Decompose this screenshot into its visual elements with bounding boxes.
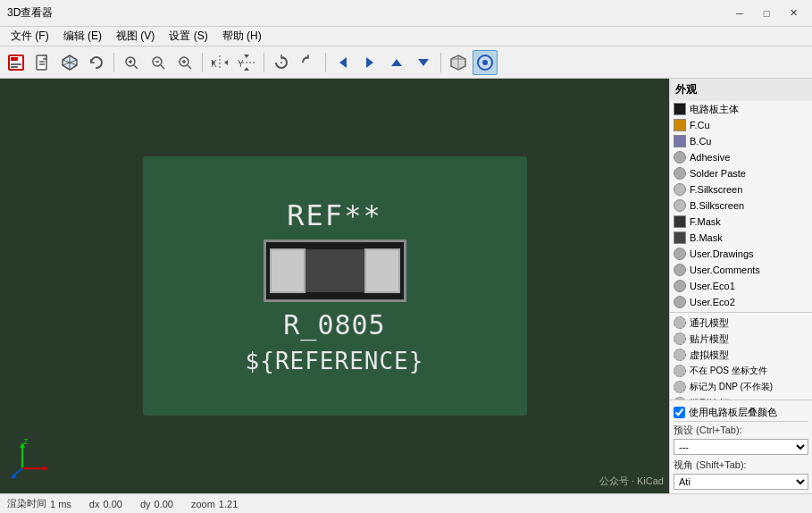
toolbar-up-button[interactable] xyxy=(384,50,409,75)
right-panel: 外观 电路板主体 F.Cu B.Cu Adhesive xyxy=(669,79,812,493)
layer-item-adhesive[interactable]: Adhesive xyxy=(670,149,812,165)
pcb-ref-text: REF** xyxy=(287,198,381,232)
toolbar-active-button[interactable] xyxy=(473,50,498,75)
layer-name-nopos: 不在 POS 坐标文件 xyxy=(690,365,767,377)
dx-label: dx xyxy=(89,499,100,509)
toolbar-mirror-y-button[interactable]: Y xyxy=(234,50,259,75)
layer-item-userdrawings[interactable]: User.Drawings xyxy=(670,246,812,262)
close-button[interactable]: ✕ xyxy=(782,5,805,21)
toolbar-box-button[interactable] xyxy=(446,50,471,75)
layer-name-board: 电路板主体 xyxy=(690,103,739,116)
layer-item-fmask[interactable]: F.Mask xyxy=(670,214,812,230)
menu-file[interactable]: 文件 (F) xyxy=(4,27,56,46)
layer-color-bmask xyxy=(674,231,686,244)
pcb-body xyxy=(306,249,364,292)
layer-item-board[interactable]: 电路板主体 xyxy=(670,101,812,117)
menu-bar: 文件 (F) 编辑 (E) 视图 (V) 设置 (S) 帮助 (H) xyxy=(0,27,812,46)
layer-item-nopos[interactable]: 不在 POS 坐标文件 xyxy=(670,363,812,379)
maximize-button[interactable]: □ xyxy=(755,5,778,21)
layer-item-bsilk[interactable]: B.Silkscreen xyxy=(670,198,812,214)
layer-color-dnp xyxy=(674,381,686,393)
pcb-pad-left xyxy=(270,248,306,293)
zoom-label: zoom xyxy=(191,499,215,509)
layer-item-solderpaste[interactable]: Solder Paste xyxy=(670,165,812,181)
toolbar-sep1 xyxy=(113,53,114,72)
toolbar-new-button[interactable] xyxy=(30,50,55,75)
layer-name-solderpaste: Solder Paste xyxy=(690,168,746,179)
layer-color-fcu xyxy=(674,119,686,131)
layer-item-dnp[interactable]: 标记为 DNP (不作装) xyxy=(670,379,812,395)
svg-text:Z: Z xyxy=(23,437,29,446)
toolbar-rot-cw-button[interactable] xyxy=(269,50,294,75)
dy-label: dy xyxy=(140,499,151,509)
3d-viewport[interactable]: REF** R_0805 ${REFERENCE} Z xyxy=(0,79,669,493)
toolbar-zoom-in-button[interactable] xyxy=(119,50,144,75)
panel-section-title: 外观 xyxy=(670,79,812,101)
dx-value: 0.00 xyxy=(103,499,121,509)
layer-item-smd[interactable]: 贴片模型 xyxy=(670,331,812,347)
svg-line-14 xyxy=(134,65,138,69)
layer-item-thr[interactable]: 通孔模型 xyxy=(670,315,812,331)
zoom-item: zoom 1.21 xyxy=(191,499,238,509)
svg-marker-44 xyxy=(43,466,48,471)
layer-name-virtual: 虚拟模型 xyxy=(690,349,729,362)
menu-settings[interactable]: 设置 (S) xyxy=(162,27,214,46)
view-section: 视角 (Shift+Tab): Ati xyxy=(674,458,808,490)
watermark: 公众号 · KiCad xyxy=(599,475,664,488)
layer-name-thr: 通孔模型 xyxy=(690,316,729,330)
toolbar-left-button[interactable] xyxy=(331,50,356,75)
layer-name-smd: 贴片模型 xyxy=(690,332,729,346)
layer-name-eco2: User.Eco2 xyxy=(690,297,735,307)
toolbar-refresh-button[interactable] xyxy=(84,50,109,75)
dy-value: 0.00 xyxy=(155,499,173,509)
svg-marker-33 xyxy=(391,59,402,66)
svg-point-39 xyxy=(482,60,488,65)
layer-item-fcu[interactable]: F.Cu xyxy=(670,117,812,133)
toolbar-zoom-out-button[interactable] xyxy=(146,50,171,75)
toolbar-zoom-fit-button[interactable] xyxy=(172,50,197,75)
layer-item-bcu[interactable]: B.Cu xyxy=(670,133,812,149)
layer-color-board xyxy=(674,103,686,115)
layer-color-userdrawings xyxy=(674,248,686,260)
layer-color-solderpaste xyxy=(674,167,686,180)
layer-item-fsilk[interactable]: F.Silkscreen xyxy=(670,181,812,198)
layer-name-bcu: B.Cu xyxy=(690,136,711,147)
toolbar-right-button[interactable] xyxy=(357,50,382,75)
layer-name-fmask: F.Mask xyxy=(690,216,721,227)
pcb-reference-text: ${REFERENCE} xyxy=(246,348,424,374)
render-time-value: 1 ms xyxy=(50,499,71,509)
layer-color-bsilk xyxy=(674,199,686,212)
preset-label: 预设 (Ctrl+Tab): xyxy=(674,424,808,437)
svg-rect-3 xyxy=(11,66,18,68)
menu-help[interactable]: 帮助 (H) xyxy=(215,27,269,46)
layer-name-usercomments: User.Comments xyxy=(690,265,760,275)
menu-edit[interactable]: 编辑 (E) xyxy=(56,27,109,46)
svg-marker-28 xyxy=(244,55,249,58)
use-board-color-row[interactable]: 使用电路板层叠颜色 xyxy=(674,406,808,419)
toolbar-mirror-x-button[interactable]: X xyxy=(207,50,232,75)
toolbar-down-button[interactable] xyxy=(411,50,436,75)
layer-item-eco2[interactable]: User.Eco2 xyxy=(670,294,812,310)
layer-item-bmask[interactable]: B.Mask xyxy=(670,230,812,246)
layer-name-eco1: User.Eco1 xyxy=(690,281,735,291)
toolbar-rot-ccw-button[interactable] xyxy=(296,50,321,75)
toolbar-export-button[interactable] xyxy=(4,50,29,75)
minimize-button[interactable]: ─ xyxy=(728,5,751,21)
svg-marker-29 xyxy=(244,67,249,71)
layer-name-bmask: B.Mask xyxy=(690,232,723,243)
panel-bottom-section: 使用电路板层叠颜色 预设 (Ctrl+Tab): --- 视角 (Shift+T… xyxy=(670,399,812,493)
svg-rect-2 xyxy=(11,63,21,65)
layer-color-thr xyxy=(674,316,686,329)
title-bar: 3D查看器 ─ □ ✕ xyxy=(0,0,812,27)
svg-rect-1 xyxy=(11,57,18,61)
preset-select[interactable]: --- xyxy=(674,439,808,455)
menu-view[interactable]: 视图 (V) xyxy=(109,27,162,46)
layer-item-usercomments[interactable]: User.Comments xyxy=(670,262,812,278)
layer-color-fmask xyxy=(674,215,686,228)
toolbar-3d-button[interactable] xyxy=(57,50,82,75)
layer-item-eco1[interactable]: User.Eco1 xyxy=(670,278,812,294)
layer-item-virtual[interactable]: 虚拟模型 xyxy=(670,347,812,363)
use-board-color-checkbox[interactable] xyxy=(674,407,685,418)
view-select[interactable]: Ati xyxy=(674,474,808,490)
status-bar: 渲染时间 1 ms dx 0.00 dy 0.00 zoom 1.21 xyxy=(0,493,812,513)
